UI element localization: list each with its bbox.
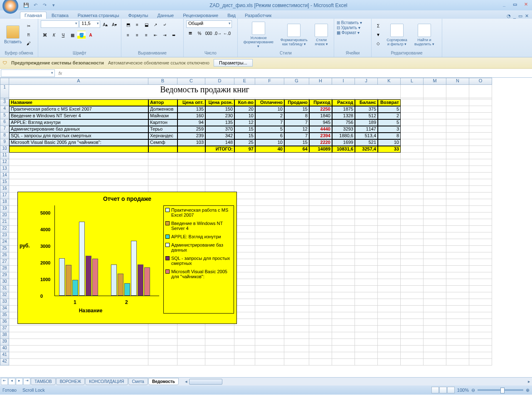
cell[interactable] [424, 306, 446, 312]
cell[interactable] [469, 139, 492, 146]
col-header-B[interactable]: B [148, 78, 177, 85]
row-header[interactable]: 27 [0, 259, 9, 266]
cell[interactable]: 10 [255, 106, 284, 113]
cell[interactable] [309, 226, 332, 232]
indent-dec-icon[interactable]: ⇤ [151, 31, 160, 39]
cell[interactable]: Автор [148, 99, 177, 106]
cell[interactable] [332, 173, 355, 179]
first-sheet-button[interactable]: ⇤ [1, 378, 8, 385]
cell[interactable]: ИТОГО: [205, 146, 234, 153]
cell[interactable]: Цена розн. [205, 99, 234, 106]
cell[interactable] [401, 359, 424, 366]
cell[interactable] [234, 266, 255, 272]
cell[interactable] [446, 219, 469, 226]
cell[interactable] [401, 173, 424, 179]
cell[interactable]: Долженков [148, 106, 177, 113]
cell[interactable] [234, 219, 255, 226]
cell[interactable] [284, 159, 309, 166]
cell[interactable] [378, 346, 401, 352]
cell[interactable] [401, 226, 424, 232]
tab-data[interactable]: Данные [153, 12, 178, 19]
cell[interactable] [446, 339, 469, 346]
cell[interactable] [309, 346, 332, 352]
cell[interactable]: 160 [177, 113, 205, 119]
cell[interactable] [401, 259, 424, 266]
cell[interactable] [401, 139, 424, 146]
cell[interactable] [309, 259, 332, 266]
cell[interactable] [378, 312, 401, 319]
cell[interactable] [469, 179, 492, 186]
cell[interactable]: 1147 [355, 126, 378, 133]
row-header[interactable]: 25 [0, 246, 9, 252]
cell[interactable] [309, 206, 332, 212]
cell[interactable]: 10 [255, 139, 284, 146]
cell[interactable] [284, 206, 309, 212]
cell[interactable] [9, 326, 148, 332]
cell[interactable] [424, 346, 446, 352]
security-options-button[interactable]: Параметры... [214, 59, 253, 67]
cell[interactable] [378, 339, 401, 346]
cell[interactable] [355, 286, 378, 292]
cell[interactable] [234, 179, 255, 186]
last-sheet-button[interactable]: ⇥ [23, 378, 30, 385]
cell[interactable] [355, 226, 378, 232]
cell[interactable] [284, 332, 309, 339]
cell[interactable] [355, 332, 378, 339]
tab-formulas[interactable]: Формулы [124, 12, 153, 19]
prev-sheet-button[interactable]: ◂ [8, 378, 15, 385]
cell[interactable] [234, 153, 255, 159]
cell[interactable] [355, 259, 378, 266]
cell[interactable] [424, 146, 446, 153]
col-header-O[interactable]: O [469, 78, 492, 85]
cell[interactable] [401, 219, 424, 226]
cell[interactable]: Приход [309, 99, 332, 106]
cell[interactable] [469, 166, 492, 173]
cell[interactable] [378, 359, 401, 366]
cell[interactable] [332, 199, 355, 206]
cell[interactable] [401, 326, 424, 332]
row-header[interactable]: 34 [0, 306, 9, 312]
row-header[interactable]: 31 [0, 286, 9, 292]
cell[interactable] [332, 292, 355, 299]
cell[interactable] [355, 352, 378, 359]
cell[interactable] [309, 186, 332, 193]
cell[interactable] [234, 292, 255, 299]
cell[interactable] [332, 232, 355, 239]
col-header-A[interactable]: A [9, 78, 148, 85]
font-name-combo[interactable] [41, 20, 79, 28]
cell[interactable] [469, 186, 492, 193]
cell[interactable] [424, 339, 446, 346]
col-header-C[interactable]: C [177, 78, 205, 85]
cell[interactable] [424, 139, 446, 146]
cell[interactable] [255, 286, 284, 292]
cell[interactable] [401, 239, 424, 246]
cell[interactable] [284, 153, 309, 159]
cell[interactable] [378, 332, 401, 339]
cell[interactable] [9, 173, 148, 179]
cell[interactable] [332, 246, 355, 252]
cell[interactable] [332, 339, 355, 346]
cell[interactable]: 7 [284, 133, 309, 139]
row-header[interactable]: 10 [0, 146, 9, 153]
cell[interactable] [255, 266, 284, 272]
autosum-icon[interactable]: Σ [374, 22, 382, 30]
cell[interactable]: Майнази [148, 113, 177, 119]
cell[interactable] [284, 199, 309, 206]
cell[interactable] [205, 359, 234, 366]
insert-cells-button[interactable]: ⊞ Вставить ▾ [337, 20, 369, 25]
cell[interactable] [355, 359, 378, 366]
cell[interactable] [205, 159, 234, 166]
cell[interactable] [332, 239, 355, 246]
cell[interactable]: 15 [234, 126, 255, 133]
cell[interactable] [284, 232, 309, 239]
cell[interactable]: 521 [355, 139, 378, 146]
cell[interactable] [284, 246, 309, 252]
grow-font-icon[interactable]: A▴ [101, 20, 109, 29]
cell[interactable] [234, 312, 255, 319]
row-header[interactable]: 12 [0, 159, 9, 166]
cell[interactable] [355, 232, 378, 239]
cell[interactable] [332, 226, 355, 232]
cell[interactable] [446, 239, 469, 246]
cell[interactable] [355, 186, 378, 193]
cell[interactable] [469, 232, 492, 239]
